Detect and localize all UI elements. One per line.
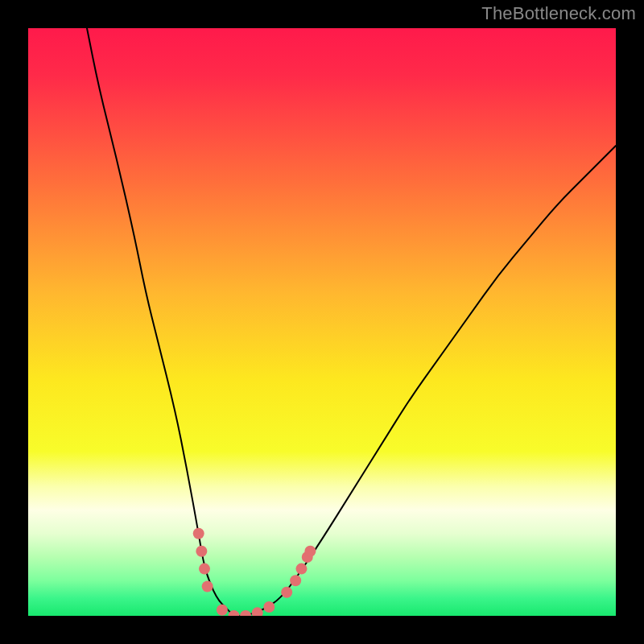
curve-marker xyxy=(281,587,292,598)
chart-frame: TheBottleneck.com xyxy=(0,0,644,644)
curve-marker xyxy=(196,546,207,557)
watermark-text: TheBottleneck.com xyxy=(481,3,636,24)
curve-marker xyxy=(295,564,307,575)
curve-marker xyxy=(193,528,204,539)
curve-marker xyxy=(252,607,263,616)
chart-svg xyxy=(28,28,616,616)
curve-marker xyxy=(304,546,316,557)
curve-markers xyxy=(193,528,316,616)
curve-marker xyxy=(217,605,228,616)
bottleneck-curve xyxy=(87,28,616,616)
plot-area xyxy=(28,28,616,616)
curve-marker xyxy=(290,575,301,586)
curve-marker xyxy=(199,564,210,575)
curve-marker xyxy=(263,601,275,613)
curve-marker xyxy=(202,581,213,592)
curve-marker xyxy=(240,610,251,616)
